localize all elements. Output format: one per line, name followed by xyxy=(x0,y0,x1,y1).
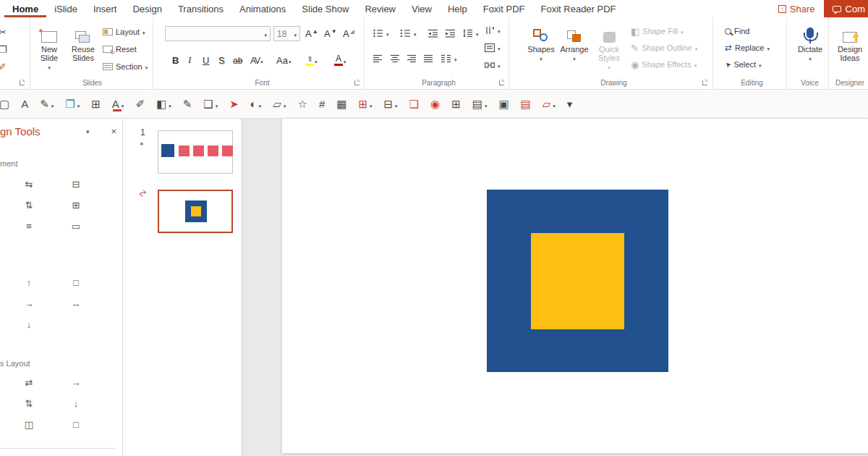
font-size-combobox[interactable]: 18 xyxy=(273,26,300,41)
clear-formatting-button[interactable]: A◢ xyxy=(343,25,354,39)
crop-icon[interactable]: # xyxy=(313,94,331,114)
magic-select-icon[interactable]: ➤ xyxy=(224,94,244,114)
text-highlight-button[interactable]: ✐ xyxy=(305,51,318,66)
dictate-button[interactable]: Dictate xyxy=(794,21,826,62)
fill-color-icon[interactable]: ◧ xyxy=(150,94,177,114)
reset-button[interactable]: Reset xyxy=(103,42,137,56)
boolean-shapes-icon[interactable]: ◐ xyxy=(244,94,268,114)
color-matrix-icon[interactable]: ⊞ xyxy=(352,94,378,114)
align-edge-right-icon[interactable]: ⊟ xyxy=(70,178,82,190)
convert-smartart-button[interactable] xyxy=(485,58,501,72)
tab-transitions[interactable]: Transitions xyxy=(170,0,231,17)
tab-view[interactable]: View xyxy=(404,0,440,17)
align-middle-vertical-icon[interactable]: ▭ xyxy=(70,220,82,232)
tab-animations[interactable]: Animations xyxy=(231,0,294,17)
increase-font-button[interactable]: A▲ xyxy=(305,25,318,39)
text-shadow-button[interactable]: S xyxy=(218,51,225,66)
justify-button[interactable] xyxy=(423,51,433,66)
bullets-button[interactable] xyxy=(373,26,389,41)
new-file-icon[interactable]: ▢ xyxy=(0,94,15,114)
slide-1-thumbnail[interactable] xyxy=(158,130,233,174)
reuse-slides-button[interactable]: Reuse Slides xyxy=(67,21,100,62)
table-style-icon[interactable]: ▤ xyxy=(467,94,493,114)
extend-right-icon[interactable]: → xyxy=(23,297,35,309)
extend-top-icon[interactable]: ↑ xyxy=(23,276,35,288)
container-frame-icon[interactable]: □ xyxy=(70,418,82,430)
tab-review[interactable]: Review xyxy=(357,0,404,17)
duplicate-shape-icon[interactable]: ❐ xyxy=(59,94,85,114)
underline-button[interactable]: U xyxy=(203,51,209,66)
brush-icon[interactable]: ✎ xyxy=(177,94,198,114)
section-button[interactable]: Section xyxy=(103,59,148,74)
character-spacing-button[interactable]: AV xyxy=(250,51,263,66)
shape-outline-icon[interactable]: ❑ xyxy=(197,94,224,114)
strikethrough-button[interactable]: ab xyxy=(233,51,242,66)
tab-islide[interactable]: iSlide xyxy=(46,0,85,17)
panel-close-icon[interactable]: × xyxy=(111,126,116,137)
arrange-button[interactable]: Arrange xyxy=(558,21,590,62)
screenshot-icon[interactable]: ▣ xyxy=(493,94,514,114)
align-right-button[interactable] xyxy=(407,51,417,66)
decrease-font-button[interactable]: A▼ xyxy=(324,25,337,39)
layers-icon[interactable]: ❏ xyxy=(404,94,425,114)
stretch-vertical-icon[interactable]: ⇅ xyxy=(23,397,35,409)
swap-position-icon[interactable]: ↔ xyxy=(70,297,82,309)
distribute-horizontal-icon[interactable]: ⇆ xyxy=(23,178,35,190)
align-left-button[interactable] xyxy=(373,51,383,66)
align-center-button[interactable] xyxy=(390,51,400,66)
layout-grid-icon[interactable]: ⊞ xyxy=(85,94,106,114)
tab-design[interactable]: Design xyxy=(124,0,169,17)
tab-help[interactable]: Help xyxy=(440,0,475,17)
edit-shape-icon[interactable]: ✎ xyxy=(34,94,59,114)
shape-outline-button[interactable]: Shape Outline xyxy=(631,41,697,55)
clipboard-dialog-launcher[interactable] xyxy=(20,80,25,85)
container-vertical-icon[interactable]: ◫ xyxy=(23,418,35,430)
comments-button[interactable]: Com xyxy=(824,0,868,17)
align-center-horizontal-icon[interactable]: ≡ xyxy=(23,220,35,232)
flow-down-icon[interactable]: ↓ xyxy=(70,397,82,409)
compress-horizontal-icon[interactable]: ⇄ xyxy=(23,376,35,388)
design-ideas-button[interactable]: Design Ideas xyxy=(833,21,867,62)
insert-shapes-icon[interactable]: ▱ xyxy=(267,94,292,114)
resource-folder-icon[interactable]: ▱ xyxy=(537,94,561,114)
pencil-icon[interactable]: ✐ xyxy=(129,94,150,114)
distribute-vertical-icon[interactable]: ⇅ xyxy=(23,199,35,211)
export-doc-icon[interactable]: ▤ xyxy=(515,94,537,114)
columns-button[interactable] xyxy=(441,51,457,66)
tab-foxit-pdf[interactable]: Foxit PDF xyxy=(475,0,533,17)
tab-home[interactable]: Home xyxy=(4,0,46,17)
selection-frame-icon[interactable]: □ xyxy=(70,276,82,288)
favorites-icon[interactable]: ☆ xyxy=(292,94,312,114)
share-button[interactable]: ↑ Share xyxy=(770,0,824,17)
new-slide-button[interactable]: ✶ New Slide xyxy=(33,21,65,71)
shape-effects-button[interactable]: Shape Effects xyxy=(631,57,697,72)
table-icon[interactable]: ⊞ xyxy=(446,94,467,114)
tab-foxit-reader-pdf[interactable]: Foxit Reader PDF xyxy=(533,0,624,17)
font-color-button[interactable]: A xyxy=(334,51,346,66)
extend-bottom-icon[interactable]: ↓ xyxy=(23,318,35,330)
toolbar-overflow-icon[interactable]: ▾ xyxy=(561,94,579,114)
italic-button[interactable]: I xyxy=(188,51,191,66)
panel-dropdown-caret-icon[interactable]: ▾ xyxy=(86,128,90,135)
change-case-button[interactable]: Aa xyxy=(276,51,291,66)
find-button[interactable]: Find xyxy=(725,24,749,38)
align-edge-bottom-icon[interactable]: ⊞ xyxy=(70,199,82,211)
font-name-combobox[interactable] xyxy=(165,26,271,41)
select-button[interactable]: ➤ Select xyxy=(725,57,761,72)
font-color-icon[interactable]: A xyxy=(106,94,130,114)
slide-2-thumbnail[interactable] xyxy=(158,190,233,233)
smart-layout-icon[interactable]: ⊟ xyxy=(378,94,404,114)
text-box-icon[interactable]: A xyxy=(15,94,34,114)
align-text-button[interactable] xyxy=(485,41,501,55)
cut-button[interactable] xyxy=(0,25,7,39)
shape-fill-button[interactable]: Shape Fill xyxy=(631,24,684,38)
tab-slide-show[interactable]: Slide Show xyxy=(294,0,357,17)
picture-icon[interactable]: ▦ xyxy=(331,94,352,114)
numbering-button[interactable] xyxy=(401,26,417,41)
slide-shape-yellow-square[interactable] xyxy=(531,233,624,329)
bold-button[interactable]: B xyxy=(172,51,179,66)
flow-right-icon[interactable]: → xyxy=(70,376,82,388)
format-painter-button[interactable] xyxy=(0,59,7,74)
tab-insert[interactable]: Insert xyxy=(85,0,125,17)
decrease-indent-button[interactable] xyxy=(428,26,438,41)
